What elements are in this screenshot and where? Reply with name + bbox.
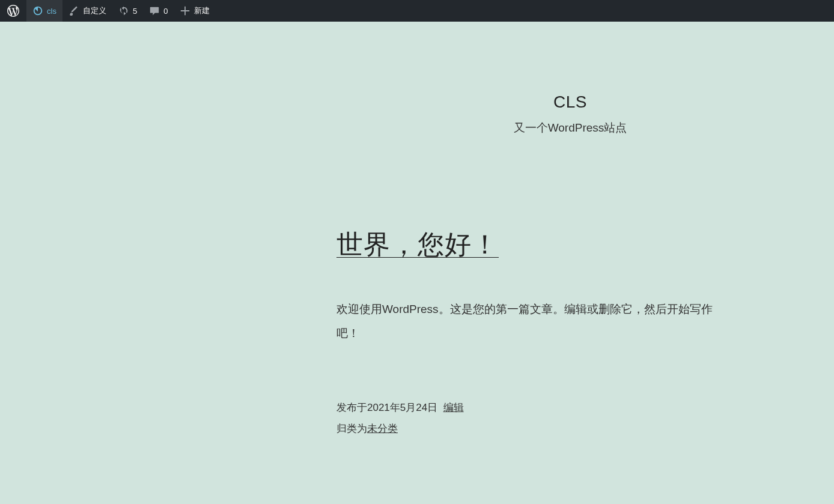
admin-bar: cls 自定义 5 0 新建 [0, 0, 834, 22]
site-link-menu[interactable]: cls [26, 0, 62, 22]
updates-count: 5 [133, 7, 137, 16]
customize-label: 自定义 [83, 5, 106, 16]
post-title-link[interactable]: 世界，您好！ [336, 227, 499, 263]
published-date: 2021年5月24日 [367, 402, 437, 413]
plus-icon [180, 5, 190, 16]
published-prefix: 发布于 [336, 402, 367, 413]
site-title[interactable]: CLS [351, 93, 790, 112]
edit-post-link[interactable]: 编辑 [443, 402, 464, 413]
dashboard-icon [32, 5, 43, 16]
post-meta: 发布于2021年5月24日 编辑 归类为未分类 [336, 397, 733, 440]
comments-count: 0 [163, 7, 168, 16]
customize-menu[interactable]: 自定义 [62, 0, 112, 22]
site-name-label: cls [47, 7, 56, 16]
post: 世界，您好！ 欢迎使用WordPress。这是您的第一篇文章。编辑或删除它，然后… [336, 227, 733, 440]
category-link[interactable]: 未分类 [367, 423, 398, 434]
category-prefix: 归类为 [336, 423, 367, 434]
comment-icon [149, 5, 160, 16]
page-content: CLS 又一个WordPress站点 世界，您好！ 欢迎使用WordPress。… [0, 22, 834, 504]
wordpress-icon [7, 5, 19, 17]
site-tagline: 又一个WordPress站点 [351, 120, 790, 136]
comments-menu[interactable]: 0 [143, 0, 174, 22]
new-content-label: 新建 [194, 5, 210, 16]
refresh-icon [118, 5, 129, 16]
new-content-menu[interactable]: 新建 [174, 0, 216, 22]
post-excerpt: 欢迎使用WordPress。这是您的第一篇文章。编辑或删除它，然后开始写作吧！ [336, 297, 733, 345]
updates-menu[interactable]: 5 [112, 0, 143, 22]
wp-logo-menu[interactable] [0, 0, 26, 22]
brush-icon [68, 5, 79, 16]
site-header: CLS 又一个WordPress站点 [44, 22, 790, 136]
